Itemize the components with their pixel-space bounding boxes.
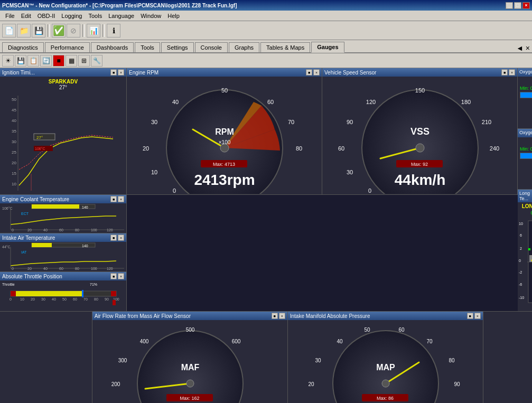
menu-language[interactable]: Language [105, 12, 137, 20]
svg-text:35: 35 [12, 129, 16, 134]
ect-close-button[interactable]: × [118, 196, 124, 202]
menu-obd2[interactable]: OBD-II [34, 12, 59, 20]
tab-close[interactable]: × [526, 44, 530, 52]
tab-graphs[interactable]: Graphs [229, 42, 259, 52]
connect-button[interactable]: ✅ [52, 24, 66, 38]
tab-console[interactable]: Console [195, 42, 228, 52]
svg-text:30: 30 [151, 119, 157, 125]
menu-edit[interactable]: Edit [18, 12, 34, 20]
vss-min-button[interactable]: ■ [501, 69, 508, 76]
svg-text:100: 100 [91, 267, 97, 270]
menu-window[interactable]: Window [137, 12, 164, 20]
tp-panel: Absolute Throttle Position ■ × Throttle … [0, 272, 126, 311]
ign-chart-svg: 50 45 40 35 30 25 20 15 10 5 0 [2, 90, 118, 191]
toolbar-separator-2 [82, 24, 85, 37]
vss-panel-title: Vehicle Speed Sensor ■ × [322, 68, 517, 77]
o2s12-bar-fill [520, 153, 532, 158]
tab-diagnostics[interactable]: Diagnostics [2, 42, 44, 52]
tab-scroll-left[interactable]: ◄ [516, 44, 524, 52]
svg-text:20: 20 [308, 381, 314, 387]
right-panel-column: Oxygen Sensor... ■ × O2S11.O2SV Min: 0 0… [518, 68, 532, 311]
svg-text:70: 70 [288, 119, 294, 125]
svg-text:44°C: 44°C [2, 245, 11, 249]
o2s12-min: Min: 0 [520, 146, 532, 152]
longft1-title: Long Te... ■ × [518, 190, 532, 202]
tb2-btn2[interactable]: 💾 [15, 55, 26, 67]
menu-help[interactable]: Help [164, 12, 183, 20]
svg-text:50: 50 [12, 97, 16, 102]
menu-logging[interactable]: Logging [58, 12, 85, 20]
open-button[interactable]: 📁 [17, 24, 31, 38]
menu-tools[interactable]: Tools [85, 12, 105, 20]
svg-text:0: 0 [519, 259, 521, 263]
tab-performance[interactable]: Performance [45, 42, 90, 52]
svg-text:0: 0 [368, 188, 371, 194]
tb2-btn5[interactable]: ■ [53, 55, 64, 67]
o2s11-panel: Oxygen Sensor... ■ × O2S11.O2SV Min: 0 0… [518, 68, 532, 129]
tb2-btn8[interactable]: 🔧 [91, 55, 102, 67]
disconnect-button[interactable]: ⊘ [67, 24, 80, 38]
toolbar2: ☀ 💾 📋 🔄 ■ ▦ ⊞ 🔧 [0, 53, 532, 68]
tab-tools[interactable]: Tools [135, 42, 160, 52]
tp-close-button[interactable]: × [118, 273, 124, 279]
svg-text:120: 120 [107, 267, 113, 270]
ect-min-button[interactable]: ■ [110, 196, 117, 202]
vss-close-button[interactable]: × [509, 69, 515, 76]
svg-text:240: 240 [490, 145, 499, 152]
tab-tables-maps[interactable]: Tables & Maps [260, 42, 310, 52]
new-button[interactable]: 📄 [2, 24, 16, 38]
rpm-close-button[interactable]: × [313, 69, 320, 76]
menu-file[interactable]: File [2, 12, 18, 20]
tab-gauges[interactable]: Gauges [311, 42, 344, 53]
maf-min-button[interactable]: ■ [272, 313, 278, 319]
ign-min-button[interactable]: ■ [110, 69, 117, 76]
toolbar-separator-3 [102, 24, 105, 37]
tab-dashboards[interactable]: Dashboards [91, 42, 134, 52]
o2s11-bar-area: Min: 0 0.59 Max: 1 [518, 85, 532, 100]
iat-close-button[interactable]: × [118, 235, 124, 241]
svg-rect-57 [11, 291, 16, 296]
svg-text:60: 60 [267, 99, 274, 105]
iat-min-button[interactable]: ■ [110, 235, 117, 241]
ign-close-button[interactable]: × [118, 69, 124, 76]
tp-chart: Throttle 71% 0 10 20 30 40 50 60 70 [0, 280, 127, 310]
svg-text:500: 500 [185, 327, 194, 333]
map-min-button[interactable]: ■ [467, 313, 473, 319]
minimize-button[interactable]: _ [506, 2, 513, 9]
svg-point-153 [186, 380, 194, 387]
longft1-label: LONGFT1 [518, 202, 532, 210]
save-button[interactable]: 💾 [32, 24, 45, 38]
svg-text:70: 70 [426, 339, 433, 344]
maf-close-button[interactable]: × [279, 313, 285, 319]
map-close-button[interactable]: × [474, 313, 481, 319]
close-button[interactable]: × [522, 2, 530, 9]
ign-value: 27° [2, 85, 124, 90]
svg-text:RPM: RPM [215, 127, 234, 136]
right-spacer [483, 312, 532, 403]
tb2-btn7[interactable]: ⊞ [78, 55, 90, 67]
tb2-btn4[interactable]: 🔄 [40, 55, 52, 67]
maximize-button[interactable]: □ [514, 2, 521, 9]
tp-min-button[interactable]: ■ [110, 273, 117, 279]
rpm-gauge-container: 0 10 20 30 40 50 60 70 80 [127, 77, 322, 194]
tb2-btn6[interactable]: ▦ [66, 55, 77, 67]
svg-text:60: 60 [398, 327, 405, 333]
svg-text:0: 0 [10, 297, 12, 301]
rpm-min-button[interactable]: ■ [306, 69, 312, 76]
o2s11-label: O2S11.O2SV [518, 77, 532, 85]
tb2-btn3[interactable]: 📋 [27, 55, 39, 67]
svg-text:15: 15 [12, 171, 16, 176]
svg-text:300: 300 [118, 358, 127, 363]
ignition-timing-panel: Ignition Timi... ■ × SPARKADV 27° 50 45 … [0, 68, 126, 195]
svg-point-101 [416, 144, 424, 152]
tab-settings[interactable]: Settings [161, 42, 194, 52]
tb2-btn1[interactable]: ☀ [2, 55, 14, 67]
svg-text:50: 50 [62, 297, 67, 301]
svg-rect-52 [32, 243, 52, 247]
svg-text:80: 80 [94, 297, 98, 301]
help-toolbar-button[interactable]: ℹ [107, 24, 120, 38]
dashboard-button[interactable]: 📊 [87, 24, 100, 38]
svg-text:Throttle: Throttle [2, 283, 15, 286]
svg-text:VSS: VSS [410, 126, 430, 137]
o2s11-minmax: Min: 0 0.59 Max: 1 [520, 86, 532, 91]
